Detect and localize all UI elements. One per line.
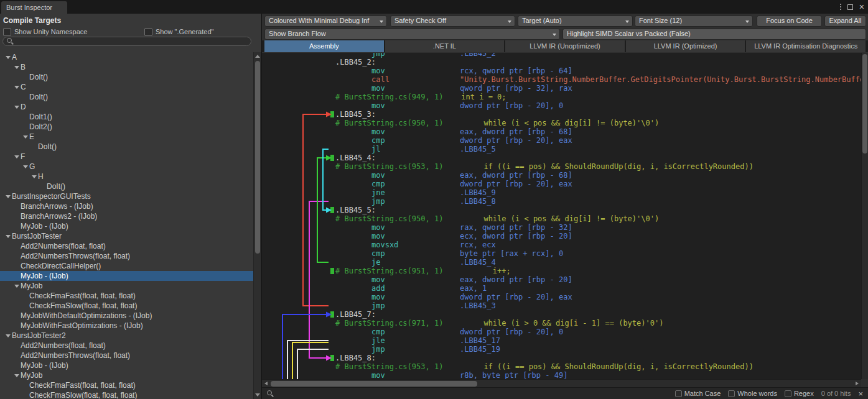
tree-item[interactable]: BurstInspectorGUITests (0, 191, 253, 201)
scroll-up-icon[interactable] (255, 55, 260, 58)
code-line: cmpdword ptr [rbp - 20], 0 (262, 328, 861, 336)
tab-llvm-ir-unoptimized[interactable]: LLVM IR (Unoptimized) (505, 40, 625, 52)
tree-item[interactable]: DoIt2() (0, 122, 253, 132)
checkbox-icon[interactable] (675, 390, 682, 397)
checkbox-icon[interactable] (3, 28, 11, 36)
code-line: movsxdrcx, ecx (262, 241, 861, 249)
tree-item[interactable]: CheckFmaSlow(float, float, float) (0, 390, 253, 399)
tree-item[interactable]: D (0, 102, 253, 112)
code-horizontal-scrollbar[interactable] (262, 379, 861, 387)
focus-on-code-button[interactable]: Focus on Code (757, 16, 822, 27)
code-line: movecx, dword ptr [rbp - 20] (262, 232, 861, 241)
maximize-icon[interactable] (847, 4, 853, 10)
expander-icon[interactable] (14, 102, 21, 112)
window-tab-burst-inspector[interactable]: Burst Inspector (1, 1, 67, 14)
match-case-checkbox[interactable]: Match Case (675, 390, 721, 397)
code-line: jl.LBB45_5 (262, 145, 861, 154)
checkbox-icon[interactable] (728, 390, 735, 397)
tree-item[interactable]: DoIt() (0, 72, 253, 82)
expander-icon[interactable] (14, 281, 21, 291)
expander-icon[interactable] (14, 62, 21, 72)
tree-item-label: Add2Numbers(float, float) (21, 242, 106, 250)
code-vertical-scrollbar[interactable] (861, 53, 868, 379)
tree-item[interactable]: BranchArrows - (IJob) (0, 201, 253, 211)
tree-item[interactable]: CheckDirectCallHelper() (0, 261, 253, 271)
close-find-icon[interactable]: × (858, 390, 863, 398)
font-size-dropdown[interactable]: Font Size (12) (635, 16, 753, 27)
tree-item[interactable]: Add2NumbersThrows(float, float) (0, 251, 253, 261)
checkbox-icon[interactable] (785, 390, 791, 397)
tree-item[interactable]: Add2Numbers(float, float) (0, 341, 253, 351)
code-line: jmp.LBB45_8 (262, 197, 861, 206)
tree-item[interactable]: DoIt() (0, 142, 253, 152)
asm-operands: .LBB45_2 (460, 53, 496, 58)
expander-icon[interactable] (22, 162, 29, 172)
tree-item[interactable]: MyJob (0, 370, 253, 380)
expand-all-button[interactable]: Expand All (824, 16, 866, 27)
tree-item[interactable]: CheckFmaFast(float, float, float) (0, 291, 253, 301)
tree-item[interactable]: C (0, 82, 253, 92)
tree-item[interactable]: B (0, 62, 253, 72)
tab-llvm-ir-optimisation-diagnostics[interactable]: LLVM IR Optimisation Diagnostics (746, 40, 866, 52)
expander-icon[interactable] (5, 191, 12, 201)
expander-icon[interactable] (14, 370, 21, 380)
tree-item[interactable]: MyJobWithFastOptimizations - (IJob) (0, 321, 253, 331)
tree-item[interactable]: DoIt() (0, 92, 253, 102)
show-unity-namespace-checkbox[interactable]: Show Unity Namespace (3, 28, 144, 36)
whole-words-checkbox[interactable]: Whole words (728, 390, 777, 397)
scroll-down-icon[interactable] (255, 393, 260, 397)
menu-icon[interactable] (840, 6, 841, 7)
scrollbar-thumb[interactable] (271, 381, 477, 387)
tab-llvm-ir-optimized[interactable]: LLVM IR (Optimized) (626, 40, 745, 52)
show-generated-checkbox[interactable]: Show ".Generated" (144, 28, 213, 36)
find-input[interactable] (281, 390, 668, 397)
safety-check-dropdown[interactable]: Safety Check Off (390, 16, 515, 27)
scrollbar-thumb[interactable] (255, 61, 260, 254)
tree-item[interactable]: MyJob (0, 281, 253, 291)
expander-icon[interactable] (31, 172, 38, 181)
tree-item[interactable]: MyJobWithDefaultOptimizations - (IJob) (0, 311, 253, 321)
tree-item[interactable]: MyJob - (IJob) (0, 360, 253, 370)
tree-item[interactable]: H (0, 172, 253, 181)
tree-item[interactable]: DoIt1() (0, 112, 253, 122)
tree-item[interactable]: DoIt() (0, 181, 253, 191)
tree-item[interactable]: BurstJobTester (0, 231, 253, 241)
checkbox-label: Show ".Generated" (156, 28, 213, 35)
tab-assembly[interactable]: Assembly (264, 40, 384, 52)
scrollbar-thumb[interactable] (862, 54, 867, 154)
tree-item[interactable]: G (0, 162, 253, 172)
highlight-simd-toggle[interactable]: Highlight SIMD Scalar vs Packed (False) (562, 29, 866, 40)
tree-item[interactable]: MyJob - (IJob) (0, 221, 253, 231)
expander-icon[interactable] (5, 231, 12, 241)
tree-item[interactable]: Add2NumbersThrows(float, float) (0, 351, 253, 360)
tree-item[interactable]: F (0, 152, 253, 162)
scroll-left-icon[interactable] (264, 382, 268, 385)
tab-net-il[interactable]: .NET IL (385, 40, 505, 52)
tree-item[interactable]: A (0, 52, 253, 62)
search-input[interactable] (17, 38, 247, 45)
expander-icon[interactable] (14, 152, 21, 162)
show-branch-flow-dropdown[interactable]: Show Branch Flow (264, 29, 560, 40)
close-icon[interactable]: × (859, 2, 864, 11)
regex-checkbox[interactable]: Regex (785, 390, 814, 397)
target-search-field[interactable] (2, 37, 251, 46)
expander-icon[interactable] (22, 132, 29, 142)
tree-item[interactable]: BranchArrows2 - (IJob) (0, 211, 253, 221)
expander-icon[interactable] (5, 331, 12, 341)
tree-scrollbar[interactable] (253, 52, 261, 399)
tree-item[interactable]: E (0, 132, 253, 142)
asm-operands: ecx, dword ptr [rbp - 20] (460, 232, 572, 241)
expander-icon[interactable] (5, 52, 12, 62)
asm-mnemonic: add (371, 284, 460, 293)
tree-item[interactable]: CheckFmaSlow(float, float, float) (0, 301, 253, 311)
expander-icon[interactable] (14, 82, 21, 92)
asm-mnemonic: mov (371, 293, 460, 301)
tree-item[interactable]: MyJob - (IJob) (0, 271, 253, 281)
checkbox-icon[interactable] (144, 28, 152, 36)
target-dropdown[interactable]: Target (Auto) (518, 16, 633, 27)
tree-item[interactable]: BurstJobTester2 (0, 331, 253, 341)
debug-mode-dropdown[interactable]: Coloured With Minimal Debug Inf (264, 16, 387, 27)
scroll-right-icon[interactable] (856, 382, 859, 385)
tree-item[interactable]: Add2Numbers(float, float) (0, 241, 253, 251)
tree-item[interactable]: CheckFmaFast(float, float, float) (0, 380, 253, 390)
